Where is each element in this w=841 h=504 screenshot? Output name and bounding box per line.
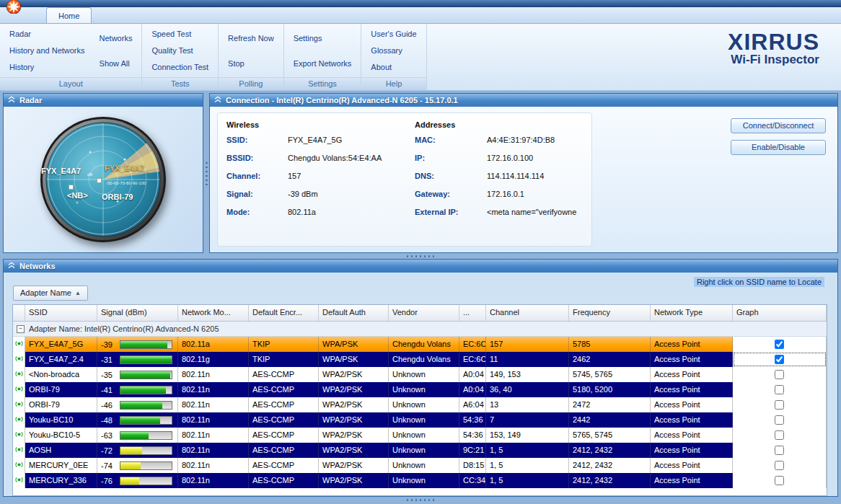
signal-bar-fill: [120, 386, 166, 394]
adapter-name-sort-button[interactable]: Adapter Name ▲: [13, 286, 88, 301]
addresses-group: Addresses MAC:A4:4E:31:97:4D:B8IP:172.16…: [415, 120, 583, 239]
column-header-network-mo[interactable]: Network Mo...: [178, 305, 249, 321]
ribbon-item-history[interactable]: History: [7, 62, 87, 72]
graph-checkbox[interactable]: [775, 385, 784, 394]
adapter-group-row[interactable]: − Adapter Name: Intel(R) Centrino(R) Adv…: [13, 322, 827, 337]
graph-checkbox[interactable]: [775, 430, 784, 440]
graph-cell: [733, 473, 827, 488]
column-header-channel[interactable]: Channel: [486, 305, 569, 321]
collapse-panel-icon[interactable]: [214, 96, 221, 103]
collapse-group-icon[interactable]: −: [17, 325, 25, 333]
adapter-cell: [13, 367, 25, 382]
adapter-cell: [13, 397, 25, 412]
bottom-splitter[interactable]: [3, 497, 838, 503]
connection-content: Wireless SSID:FYX_E4A7_5GBSSID:Chengdu V…: [210, 107, 837, 252]
ribbon-group-label: Polling: [219, 77, 283, 90]
antenna-icon: [14, 415, 24, 424]
ribbon-item-stop[interactable]: Stop: [226, 58, 276, 68]
graph-checkbox[interactable]: [775, 400, 784, 410]
signal-value: -76: [97, 474, 118, 488]
ribbon-item-quality-test[interactable]: Quality Test: [149, 45, 211, 56]
column-header-spacer: [13, 305, 25, 321]
graph-checkbox[interactable]: [775, 461, 784, 470]
column-header-graph[interactable]: Graph: [733, 305, 827, 321]
panel-splitter-horizontal[interactable]: [3, 253, 838, 259]
field-value: <meta name="verifyowne: [487, 208, 576, 216]
column-header-default-auth[interactable]: Default Auth: [319, 305, 389, 321]
field-label: External IP:: [415, 208, 487, 216]
graph-checkbox[interactable]: [775, 340, 784, 349]
auth-cell: WPA/PSK: [319, 337, 389, 352]
brand: XIRRUS Wi-Fi Inspector: [728, 24, 841, 90]
radar-display[interactable]: FYX_E4A7FYX_E4A7_<NB>ORBI-79-50-60-70-80…: [40, 116, 167, 243]
encryption-cell: AES-CCMP: [249, 367, 319, 382]
field-value: 114.114.114.114: [487, 172, 544, 180]
channel-cell: 153, 149: [486, 428, 569, 443]
antenna-icon: [14, 430, 24, 439]
channel-cell: 1, 5: [486, 443, 569, 458]
ribbon-item-show-all[interactable]: Show All: [97, 58, 135, 68]
ribbon-item-settings[interactable]: Settings: [291, 33, 354, 43]
signal-value: -41: [97, 383, 118, 397]
network-row[interactable]: ORBI-79-41802.11nAES-CCMPWPA2/PSKUnknown…: [13, 382, 827, 397]
panel-splitter-vertical[interactable]: [203, 93, 209, 253]
vendor-cell: Unknown: [389, 412, 459, 428]
ribbon-item-radar[interactable]: Radar: [7, 29, 87, 39]
column-header-ssid[interactable]: SSID: [25, 305, 97, 321]
mac-cell: EC:6C: [459, 337, 486, 352]
channel-cell: 157: [486, 337, 569, 352]
graph-checkbox[interactable]: [775, 370, 784, 379]
radar-scale-values: -50-60-70-80-90-100: [106, 181, 146, 185]
ribbon-item-about[interactable]: About: [369, 62, 418, 72]
ribbon-item-speed-test[interactable]: Speed Test: [149, 29, 211, 39]
field-value: 172.16.0.1: [487, 190, 524, 198]
networks-panel: Networks Right click on SSID name to Loc…: [3, 259, 838, 497]
signal-value: -72: [97, 443, 118, 458]
connect-disconnect-button[interactable]: Connect/Disconnect: [731, 118, 826, 133]
field-row: Mode:802.11a: [226, 208, 395, 216]
signal-bar-fill: [120, 371, 170, 379]
column-header-vendor[interactable]: Vendor: [389, 305, 459, 321]
field-row: DNS:114.114.114.114: [415, 172, 583, 180]
networks-grid-header: SSIDSignal (dBm)Network Mo...Default Enc…: [13, 305, 827, 322]
column-header-frequency[interactable]: Frequency: [569, 305, 651, 321]
network-row[interactable]: AOSH-72802.11nAES-CCMPWPA2/PSKUnknown9C:…: [13, 443, 827, 458]
network-row[interactable]: MERCURY_0EE-74802.11nAES-CCMPWPA2/PSKUnk…: [13, 458, 827, 473]
collapse-panel-icon[interactable]: [8, 262, 15, 269]
ribbon-item-history-and-networks[interactable]: History and Networks: [7, 45, 87, 56]
column-header-more[interactable]: ...: [459, 305, 486, 321]
tab-home[interactable]: Home: [46, 7, 92, 23]
brand-subtitle: Wi-Fi Inspector: [728, 53, 819, 67]
ribbon-item-networks[interactable]: Networks: [97, 33, 135, 43]
antenna-icon: [14, 460, 24, 469]
network-type-cell: Access Point: [651, 443, 733, 458]
ribbon-item-glossary[interactable]: Glossary: [369, 45, 418, 56]
ribbon-item-user-s-guide[interactable]: User's Guide: [369, 29, 418, 39]
network-row[interactable]: ORBI-79-46802.11nAES-CCMPWPA2/PSKUnknown…: [13, 397, 827, 412]
field-label: DNS:: [415, 172, 487, 180]
network-row[interactable]: Youku-BC10-5-63802.11nAES-CCMPWPA2/PSKUn…: [13, 428, 827, 443]
ribbon-item-connection-test[interactable]: Connection Test: [149, 62, 211, 72]
graph-checkbox[interactable]: [775, 476, 784, 485]
network-row[interactable]: Youku-BC10-48802.11nAES-CCMPWPA2/PSKUnkn…: [13, 412, 827, 428]
graph-checkbox[interactable]: [775, 355, 784, 364]
enable-disable-button[interactable]: Enable/Disable: [731, 140, 826, 155]
antenna-icon: [14, 475, 24, 485]
radar-network-label: <NB>: [67, 191, 88, 200]
collapse-panel-icon[interactable]: [8, 96, 15, 103]
network-type-cell: Access Point: [651, 473, 733, 488]
ribbon-item-refresh-now[interactable]: Refresh Now: [226, 33, 276, 43]
graph-checkbox[interactable]: [775, 415, 784, 425]
network-row[interactable]: MERCURY_336-76802.11nAES-CCMPWPA2/PSKUnk…: [13, 473, 827, 488]
network-row[interactable]: FYX_E4A7_5G-39802.11aTKIPWPA/PSKChengdu …: [13, 337, 827, 352]
column-header-signal-dbm[interactable]: Signal (dBm): [97, 305, 178, 321]
network-row[interactable]: FYX_E4A7_2.4-31802.11gTKIPWPA/PSKChengdu…: [13, 352, 827, 367]
column-header-network-type[interactable]: Network Type: [651, 305, 733, 321]
graph-checkbox[interactable]: [775, 446, 784, 455]
ribbon-item-export-networks[interactable]: Export Networks: [291, 58, 354, 68]
addresses-fields: MAC:A4:4E:31:97:4D:B8IP:172.16.0.100DNS:…: [415, 136, 583, 216]
network-row[interactable]: <Non-broadca-35802.11nAES-CCMPWPA2/PSKUn…: [13, 367, 827, 382]
network-mode-cell: 802.11n: [178, 443, 249, 458]
column-header-default-encr[interactable]: Default Encr...: [249, 305, 319, 321]
encryption-cell: AES-CCMP: [249, 458, 319, 473]
